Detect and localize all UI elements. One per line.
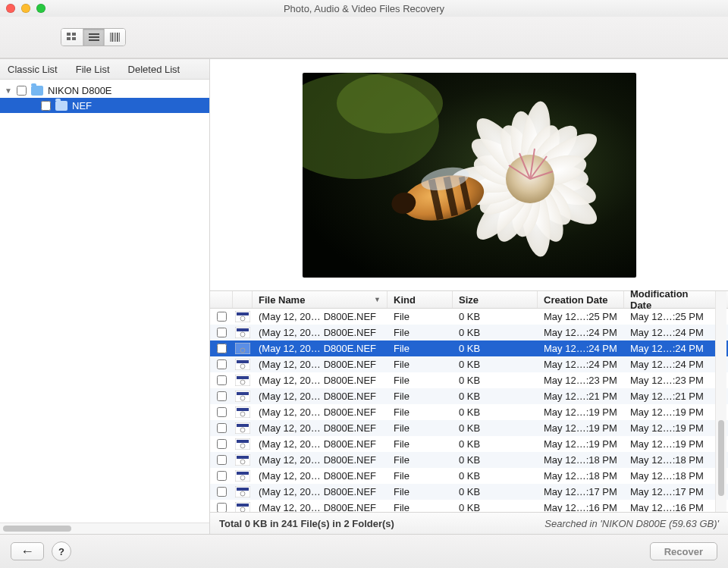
file-name-part-a: (May 12, 20… — [259, 406, 321, 418]
file-name-part-b: D800E.NEF — [324, 375, 381, 386]
column-header-icon[interactable] — [233, 291, 253, 308]
svg-rect-72 — [237, 424, 249, 427]
svg-rect-57 — [237, 344, 249, 347]
file-name-part-b: D800E.NEF — [324, 359, 381, 370]
close-window-button[interactable] — [6, 4, 15, 13]
row-checkbox[interactable] — [217, 503, 227, 512]
view-coverflow-button[interactable] — [104, 29, 125, 46]
table-row[interactable]: (May 12, 20…D800E.NEFFile0 KBMay 12…:23 … — [210, 372, 728, 388]
file-size: 0 KB — [453, 406, 538, 418]
table-row[interactable]: (May 12, 20…D800E.NEFFile0 KBMay 12…:19 … — [210, 436, 728, 452]
row-checkbox[interactable] — [217, 328, 227, 337]
file-kind: File — [388, 502, 453, 512]
file-thumbnail-icon — [233, 311, 253, 322]
preview-image — [303, 73, 636, 278]
file-creation-date: May 12…:19 PM — [538, 422, 624, 434]
file-modification-date: May 12…:24 PM — [624, 359, 712, 370]
file-size: 0 KB — [453, 438, 538, 450]
file-creation-date: May 12…:23 PM — [538, 375, 624, 386]
file-creation-date: May 12…:18 PM — [538, 470, 624, 482]
tree-item-checkbox[interactable] — [41, 101, 51, 111]
tree-item-label: NIKON D800E — [48, 85, 112, 96]
file-thumbnail-icon — [233, 454, 253, 466]
file-modification-date: May 12…:24 PM — [624, 327, 712, 338]
file-kind: File — [388, 343, 453, 354]
disclosure-triangle-icon[interactable]: ▼ — [5, 86, 12, 95]
view-list-button[interactable] — [83, 29, 104, 46]
column-header-kind[interactable]: Kind — [388, 291, 453, 308]
table-row[interactable]: (May 12, 20…D800E.NEFFile0 KBMay 12…:16 … — [210, 500, 728, 512]
row-checkbox[interactable] — [217, 455, 227, 465]
file-kind: File — [388, 406, 453, 418]
tree-item-checkbox[interactable] — [17, 86, 27, 96]
svg-rect-0 — [67, 33, 71, 36]
column-header-checkbox[interactable] — [210, 291, 233, 308]
file-thumbnail-icon — [233, 327, 253, 338]
table-row[interactable]: (May 12, 20…D800E.NEFFile0 KBMay 12…:18 … — [210, 452, 728, 468]
file-size: 0 KB — [453, 359, 538, 370]
file-size: 0 KB — [453, 502, 538, 512]
sidebar-tab-classic-list[interactable]: Classic List — [8, 64, 58, 75]
table-row[interactable]: (May 12, 20…D800E.NEFFile0 KBMay 12…:17 … — [210, 484, 728, 500]
back-button[interactable]: ← — [11, 542, 44, 560]
row-checkbox[interactable] — [217, 359, 227, 369]
file-name-part-b: D800E.NEF — [324, 422, 381, 434]
zoom-window-button[interactable] — [36, 4, 46, 13]
column-header-file-name[interactable]: File Name — [253, 291, 388, 308]
table-row[interactable]: (May 12, 20…D800E.NEFFile0 KBMay 12…:24 … — [210, 340, 728, 356]
row-checkbox[interactable] — [217, 487, 227, 497]
row-checkbox[interactable] — [217, 344, 227, 353]
table-row[interactable]: (May 12, 20…D800E.NEFFile0 KBMay 12…:19 … — [210, 420, 728, 436]
row-checkbox[interactable] — [217, 391, 227, 401]
row-checkbox[interactable] — [217, 407, 227, 417]
file-creation-date: May 12…:18 PM — [538, 454, 624, 466]
table-row[interactable]: (May 12, 20…D800E.NEFFile0 KBMay 12…:19 … — [210, 404, 728, 420]
table-row[interactable]: (May 12, 20…D800E.NEFFile0 KBMay 12…:21 … — [210, 388, 728, 404]
table-vertical-scrollbar-track[interactable] — [715, 291, 726, 512]
svg-rect-12 — [119, 33, 120, 42]
file-kind: File — [388, 359, 453, 370]
file-thumbnail-icon — [233, 470, 253, 482]
svg-rect-78 — [237, 456, 249, 459]
recover-button[interactable]: Recover — [650, 542, 717, 560]
file-creation-date: May 12…:17 PM — [538, 486, 624, 497]
file-creation-date: May 12…:24 PM — [538, 327, 624, 338]
file-thumbnail-icon — [233, 343, 253, 354]
row-checkbox[interactable] — [217, 423, 227, 433]
table-row[interactable]: (May 12, 20…D800E.NEFFile0 KBMay 12…:18 … — [210, 468, 728, 484]
table-row[interactable]: (May 12, 20…D800E.NEFFile0 KBMay 12…:24 … — [210, 356, 728, 372]
view-grid-button[interactable] — [61, 29, 83, 46]
column-header-modification-date[interactable]: Modification Date — [624, 291, 712, 308]
tree-item[interactable]: ▼NIKON D800E — [0, 83, 209, 98]
svg-rect-7 — [110, 33, 111, 42]
list-icon — [89, 33, 99, 42]
app-window: Photo, Audio & Video Files Recovery — [0, 0, 728, 568]
file-kind: File — [388, 486, 453, 497]
help-icon: ? — [58, 546, 64, 557]
file-name-part-b: D800E.NEF — [324, 343, 381, 354]
file-thumbnail-icon — [233, 502, 253, 512]
column-header-creation-date[interactable]: Creation Date — [538, 291, 624, 308]
sidebar-tab-file-list[interactable]: File List — [76, 64, 110, 75]
table-row[interactable]: (May 12, 20…D800E.NEFFile0 KBMay 12…:25 … — [210, 309, 728, 325]
table-row[interactable]: (May 12, 20…D800E.NEFFile0 KBMay 12…:24 … — [210, 325, 728, 340]
tree-item[interactable]: NEF — [0, 98, 209, 113]
row-checkbox[interactable] — [217, 439, 227, 449]
grid-icon — [67, 33, 77, 42]
file-table: File Name Kind Size Creation Date Modifi… — [210, 291, 728, 512]
sidebar-horizontal-scrollbar-track[interactable] — [0, 522, 209, 534]
column-header-size[interactable]: Size — [453, 291, 538, 308]
row-checkbox[interactable] — [217, 375, 227, 385]
table-vertical-scrollbar-thumb[interactable] — [718, 420, 724, 496]
row-checkbox[interactable] — [217, 312, 227, 322]
help-button[interactable]: ? — [52, 541, 71, 561]
table-header: File Name Kind Size Creation Date Modifi… — [210, 291, 728, 309]
file-modification-date: May 12…:19 PM — [624, 406, 712, 418]
file-name-part-b: D800E.NEF — [324, 454, 381, 466]
sidebar-tab-deleted-list[interactable]: Deleted List — [128, 64, 180, 75]
svg-point-15 — [337, 73, 443, 133]
sidebar-horizontal-scrollbar-thumb[interactable] — [3, 526, 71, 532]
row-checkbox[interactable] — [217, 471, 227, 481]
status-summary: Total 0 KB in 241 File(s) in 2 Folder(s) — [219, 518, 394, 529]
minimize-window-button[interactable] — [21, 4, 30, 13]
